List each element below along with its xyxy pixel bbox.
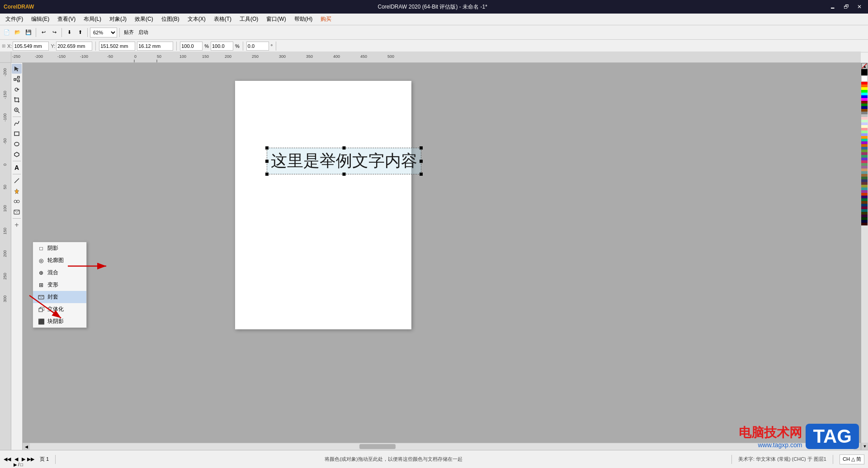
ctx-blend[interactable]: ⊕ 混合 (33, 267, 86, 279)
canvas-text-object[interactable]: 这里是举例文字内容 (267, 148, 421, 174)
export-btn[interactable]: ⬆ (75, 27, 85, 38)
ctx-distort-label: 变形 (47, 281, 58, 289)
snap-btn[interactable]: 贴齐 (122, 27, 136, 38)
menu-text[interactable]: 文本(X) (184, 14, 209, 24)
x-field: X: (7, 42, 49, 51)
nav-next-btn[interactable]: ▶ (22, 456, 25, 462)
envelope-tool-btn[interactable] (12, 207, 22, 217)
text-tool-btn[interactable]: A (12, 163, 22, 173)
ellipse-tool-btn[interactable] (12, 139, 22, 149)
rectangle-tool-btn[interactable] (12, 129, 22, 139)
menu-file[interactable]: 文件(F) (2, 14, 27, 24)
handle-tl[interactable] (265, 146, 269, 150)
nav-first-btn[interactable]: ◀◀ (4, 456, 11, 462)
scroll-thumb-h[interactable] (359, 444, 396, 449)
nav-prev-btn[interactable]: ◀ (14, 456, 18, 462)
import-btn[interactable]: ⬇ (64, 27, 74, 38)
nav-icon3[interactable]: □ (20, 462, 23, 467)
ctx-block-shadow[interactable]: ⬛ 块阴影 (33, 315, 86, 328)
node-tool-btn[interactable] (12, 74, 22, 84)
menu-object[interactable]: 对象(J) (106, 14, 130, 24)
transform-tool-btn[interactable]: ⟳ (12, 84, 22, 94)
menu-table[interactable]: 表格(T) (210, 14, 235, 24)
menu-buy[interactable]: 购买 (317, 14, 335, 24)
minimize-btn[interactable]: 🗕 (827, 4, 838, 10)
y-input[interactable] (56, 42, 92, 51)
line-tool-btn[interactable] (12, 176, 22, 186)
ctx-distort[interactable]: ⊞ 变形 (33, 279, 86, 291)
scrollbar-horizontal[interactable]: ◀ ▶ (23, 443, 861, 450)
layer-info: 美术字: 华文宋体 (常规) (CHC) 于 图层1 (738, 456, 826, 463)
handle-tm[interactable] (343, 146, 346, 150)
white-swatch[interactable] (861, 75, 868, 82)
shadow-icon: □ (38, 245, 45, 252)
menu-edit[interactable]: 编辑(E) (28, 14, 53, 24)
height-input[interactable] (137, 42, 173, 51)
nav-icon2[interactable]: / (18, 462, 19, 467)
no-color-swatch[interactable] (861, 63, 868, 69)
handle-ml[interactable] (265, 159, 269, 163)
sep-coord4 (276, 42, 276, 51)
menu-layout[interactable]: 布局(L) (80, 14, 105, 24)
new-btn[interactable]: 📄 (2, 27, 12, 38)
ctx-envelope[interactable]: 封套 (33, 291, 86, 303)
blend-icon: ⊕ (38, 269, 45, 276)
restore-btn[interactable]: 🗗 (841, 4, 852, 10)
menu-bitmap[interactable]: 位图(B) (158, 14, 183, 24)
scale-y-input[interactable] (211, 42, 233, 51)
freehand-tool-btn[interactable] (12, 118, 22, 128)
svg-line-52 (862, 63, 867, 69)
width-input[interactable] (99, 42, 135, 51)
scroll-right-btn[interactable]: ▶ (854, 443, 861, 450)
ctx-contour[interactable]: ◎ 轮廓图 (33, 254, 86, 267)
ruler-corner (0, 51, 11, 63)
svg-text:0: 0 (3, 164, 7, 166)
redo-btn[interactable]: ↪ (49, 27, 59, 38)
status-bar: ◀◀ ◀ ▶ ▶▶ 页 1 将颜色(或对象)拖动至此处，以便将这些颜色与文档存储… (0, 450, 868, 468)
x-input[interactable] (13, 42, 49, 51)
start-btn[interactable]: 启动 (137, 27, 150, 38)
handle-tr[interactable] (420, 146, 423, 150)
close-btn[interactable]: ✕ (854, 4, 864, 10)
y-label: Y: (51, 43, 55, 49)
zoom-tool-btn[interactable] (12, 105, 22, 115)
handle-bl[interactable] (265, 173, 269, 176)
ctx-shadow[interactable]: □ 阴影 (33, 242, 86, 254)
plus-tool-btn[interactable]: + (12, 220, 22, 230)
scale-x-input[interactable] (180, 42, 203, 51)
menu-view[interactable]: 查看(V) (54, 14, 79, 24)
handle-bm[interactable] (343, 173, 346, 176)
fill-tool-btn[interactable] (12, 186, 22, 196)
save-btn[interactable]: 💾 (24, 27, 33, 38)
nav-icon1[interactable]: ▶ (14, 462, 17, 467)
polygon-tool-btn[interactable] (12, 150, 22, 159)
menu-window[interactable]: 窗口(W) (263, 14, 289, 24)
zoom-select[interactable]: 62% 50% 100% (90, 28, 117, 37)
menu-bar: 文件(F) 编辑(E) 查看(V) 布局(L) 对象(J) 效果(C) 位图(B… (0, 14, 868, 25)
nav-last-btn[interactable]: ▶▶ (27, 456, 34, 462)
svg-text:-100: -100 (3, 113, 7, 122)
ctx-extrude[interactable]: 立体化 (33, 303, 86, 315)
handle-br[interactable] (420, 173, 423, 176)
crop-tool-btn[interactable] (12, 95, 22, 105)
menu-effects[interactable]: 效果(C) (131, 14, 157, 24)
blend-tool-btn[interactable] (12, 197, 22, 206)
handle-mr[interactable] (420, 159, 423, 163)
black-swatch[interactable] (861, 69, 868, 75)
svg-text:100: 100 (179, 54, 186, 59)
lang-btn[interactable]: CH △ 简 (840, 454, 864, 464)
darkestred-swatch[interactable] (861, 223, 868, 225)
menu-help[interactable]: 帮助(H) (291, 14, 316, 24)
menu-tools[interactable]: 工具(O) (236, 14, 262, 24)
undo-btn[interactable]: ↩ (38, 27, 48, 38)
select-tool-btn[interactable] (12, 64, 22, 74)
percent-icon: % (204, 43, 209, 49)
angle-input[interactable] (246, 42, 269, 51)
scroll-left-btn[interactable]: ◀ (23, 443, 30, 450)
svg-point-39 (14, 142, 19, 146)
x-label: X: (7, 43, 12, 49)
open-btn[interactable]: 📂 (13, 27, 23, 38)
contour-icon: ◎ (38, 257, 45, 264)
canvas-area: 这里是举例文字内容 □ 阴影 ◎ 轮廓图 ⊕ 混合 ⊞ 变形 (23, 63, 861, 450)
svg-text:250: 250 (252, 54, 259, 59)
